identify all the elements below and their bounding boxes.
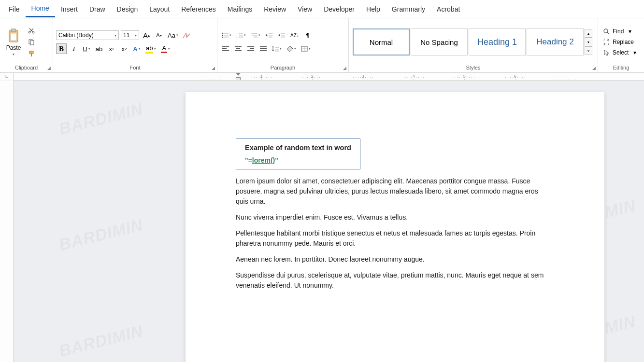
svg-rect-44 [275,51,279,51]
styles-scroll-up-icon[interactable]: ▴ [585,29,592,38]
find-button[interactable]: Find▾ [601,28,638,35]
styles-expand-icon[interactable]: ▿ [585,46,592,55]
menu-developer[interactable]: Developer [318,1,360,17]
line-spacing-button[interactable]: ▾ [271,43,283,54]
numbering-button[interactable]: 123▾ [235,30,247,41]
menu-home[interactable]: Home [26,0,55,17]
strikethrough-button[interactable]: ab [94,43,104,54]
style-heading-1[interactable]: Heading 1 [469,28,526,56]
menu-view[interactable]: View [292,1,318,17]
increase-indent-button[interactable] [276,30,287,41]
svg-rect-7 [29,51,33,54]
svg-rect-31 [222,48,227,49]
bullets-button[interactable]: ▾ [220,30,233,41]
decrease-indent-button[interactable] [264,30,274,41]
menu-grammarly[interactable]: Grammarly [386,1,431,17]
paste-label: Paste [6,44,21,51]
svg-rect-27 [281,33,285,33]
doc-heading: Example of random text in word [245,144,351,152]
watermark: BARDIMIN [57,215,145,254]
copy-icon[interactable] [27,38,36,46]
highlight-button[interactable]: ab▾ [144,43,157,54]
svg-rect-2 [11,33,16,41]
svg-rect-43 [275,49,279,49]
paragraph-launcher-icon[interactable]: ◢ [343,66,346,70]
paragraph-5: Suspendisse dui purus, scelerisque at, v… [236,270,550,291]
paste-button[interactable]: Paste ▾ [3,27,24,57]
replace-button[interactable]: Replace [601,38,638,46]
svg-rect-28 [281,35,285,35]
svg-rect-34 [236,48,240,49]
font-size-combo[interactable]: 11▾ [121,30,139,40]
menu-acrobat[interactable]: Acrobat [431,1,466,17]
menu-references[interactable]: References [175,1,222,17]
group-styles: Normal No Spacing Heading 1 Heading 2 ▴ … [349,18,598,72]
svg-rect-38 [247,50,254,51]
format-painter-icon[interactable] [27,49,36,58]
clear-formatting-button[interactable]: A [182,30,192,41]
grow-font-button[interactable]: A▴ [141,30,152,41]
show-marks-button[interactable]: ¶ [302,30,313,41]
sort-button[interactable]: AZ↓ [289,30,301,41]
menu-file[interactable]: File [3,1,26,17]
select-button[interactable]: Select▾ [601,49,638,56]
superscript-button[interactable]: x2 [119,43,129,54]
menu-mailings[interactable]: Mailings [222,1,258,17]
title-frame: Example of random text in word "=lorem()… [236,139,360,169]
align-left-button[interactable] [220,43,231,54]
style-heading-2[interactable]: Heading 2 [527,28,584,56]
align-center-button[interactable] [233,43,243,54]
document-page[interactable]: Example of random text in word "=lorem()… [186,92,604,362]
svg-point-9 [222,33,224,34]
menu-bar: File Home Insert Draw Design Layout Refe… [0,0,644,18]
shading-button[interactable]: ▾ [285,43,298,54]
watermark: BARDIMIN [57,99,145,139]
subscript-button[interactable]: x2 [106,43,117,54]
styles-scroll-down-icon[interactable]: ▾ [585,38,592,46]
horizontal-ruler[interactable]: 1 2 3 4 5 6 [14,73,644,81]
svg-rect-37 [250,48,254,49]
style-normal[interactable]: Normal [353,28,410,56]
menu-help[interactable]: Help [360,1,386,17]
italic-button[interactable]: I [69,43,79,54]
justify-button[interactable] [258,43,269,54]
font-group-label: Font [56,64,214,71]
svg-rect-33 [235,46,242,47]
change-case-button[interactable]: Aa▾ [166,30,180,41]
clipboard-launcher-icon[interactable]: ◢ [47,66,51,70]
borders-button[interactable]: ▾ [300,43,312,54]
bold-button[interactable]: B [56,43,67,54]
svg-point-11 [222,35,224,36]
font-launcher-icon[interactable]: ◢ [212,66,215,70]
indent-marker-icon[interactable] [235,73,241,81]
styles-launcher-icon[interactable]: ◢ [592,66,596,70]
styles-group-label: Styles [352,64,595,71]
shrink-font-button[interactable]: A▾ [154,30,164,41]
svg-rect-35 [235,50,242,51]
font-color-button[interactable]: A▾ [159,43,172,54]
paragraph-3: Pellentesque habitant morbi tristique se… [236,228,550,249]
vertical-ruler[interactable] [0,81,14,362]
text-cursor[interactable] [236,296,550,306]
svg-rect-23 [254,37,258,37]
svg-rect-1 [11,29,16,32]
menu-layout[interactable]: Layout [143,1,175,17]
text-effects-button[interactable]: A▾ [131,43,142,54]
document-area: BARDIMIN BARDIMIN BARDIMIN BARDIMIN BARD… [0,81,644,362]
paragraph-group-label: Paragraph [220,64,345,71]
style-no-spacing[interactable]: No Spacing [411,28,468,56]
svg-point-13 [222,37,224,38]
svg-rect-40 [260,48,267,49]
svg-text:3: 3 [236,36,238,38]
svg-rect-20 [239,37,243,37]
align-right-button[interactable] [245,43,256,54]
menu-insert[interactable]: Insert [55,1,84,17]
cut-icon[interactable] [27,26,36,35]
menu-review[interactable]: Review [258,1,292,17]
underline-button[interactable]: U▾ [81,43,92,54]
menu-design[interactable]: Design [111,1,144,17]
multilevel-list-button[interactable]: ▾ [249,30,262,41]
menu-draw[interactable]: Draw [84,1,111,17]
font-family-combo[interactable]: Calibri (Body)▾ [56,30,119,40]
svg-rect-26 [269,37,272,37]
